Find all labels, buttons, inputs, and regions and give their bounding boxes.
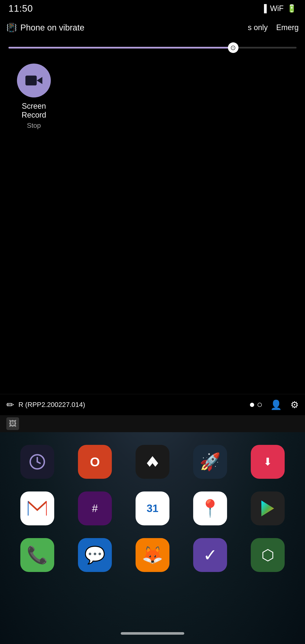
status-right-icons: ▐ WiF 🔋	[261, 4, 296, 13]
app-slack[interactable]: #	[74, 492, 116, 525]
rocket-icon: 🚀	[193, 445, 227, 479]
app-firefox[interactable]: 🦊	[131, 538, 174, 572]
signal-icon: ▐	[261, 4, 267, 13]
app-todo[interactable]: ✓	[189, 538, 231, 572]
maps-icon: 📍	[193, 492, 227, 525]
messages-icon: 💬	[78, 538, 112, 572]
calendar-icon: 31	[136, 492, 170, 525]
launcher: O 🚀 ⬇	[0, 432, 305, 644]
screen-record-icon	[26, 74, 42, 87]
gmail-icon	[20, 492, 54, 525]
vibrate-icon: 📳	[6, 23, 17, 32]
app-phone[interactable]: 📞	[16, 538, 58, 572]
notification-bar: 📳 Phone on vibrate s only Emerg	[0, 17, 305, 38]
cask-icon: ⬡	[251, 538, 285, 572]
status-time: 11:50	[8, 3, 33, 14]
app-play[interactable]	[246, 492, 289, 525]
screen-record-sublabel: Stop	[27, 122, 41, 130]
phone-icon: 📞	[20, 538, 54, 572]
svg-marker-1	[37, 77, 42, 84]
brightness-thumb: ⊙	[228, 42, 238, 53]
brightness-track: ⊙	[8, 47, 296, 48]
tidal-icon	[136, 445, 170, 479]
emergency-button[interactable]: Emerg	[276, 23, 299, 32]
vibrate-text: Phone on vibrate	[20, 23, 84, 32]
office-icon: O	[78, 445, 112, 479]
pocket-icon: ⬇	[251, 445, 285, 479]
dot-indicators	[250, 403, 262, 407]
play-icon	[251, 492, 285, 525]
notif-thumbnail: 🖼	[6, 417, 19, 430]
app-clock[interactable]	[16, 445, 58, 479]
svg-marker-8	[261, 500, 274, 516]
settings-icon[interactable]: ⚙	[290, 399, 299, 410]
tile-circle	[17, 64, 51, 98]
account-icon[interactable]: 👤	[270, 399, 282, 410]
notif-thumb-icon: 🖼	[9, 419, 16, 428]
screen-record-tile[interactable]: Screen Record Stop	[8, 64, 59, 130]
build-number: R (RPP2.200227.014)	[18, 401, 85, 409]
notification-card[interactable]: 🖼	[0, 415, 305, 432]
app-gmail[interactable]	[16, 492, 58, 525]
app-cask[interactable]: ⬡	[246, 538, 289, 572]
battery-icon: 🔋	[287, 4, 296, 13]
app-office[interactable]: O	[74, 445, 116, 479]
notification-bar-right: s only Emerg	[248, 23, 299, 32]
svg-line-4	[37, 462, 40, 463]
navigation-bar	[0, 623, 305, 644]
status-bar: 11:50 ▐ WiF 🔋	[0, 0, 305, 17]
slack-icon: #	[78, 492, 112, 525]
dot-2	[258, 403, 262, 407]
dot-1	[250, 403, 254, 407]
svg-rect-0	[26, 76, 37, 86]
brightness-fill	[8, 47, 233, 48]
brightness-slider-container[interactable]: ⊙	[8, 42, 296, 53]
notification-panel: 11:50 ▐ WiF 🔋 📳 Phone on vibrate s only …	[0, 0, 305, 420]
nav-pill[interactable]	[121, 632, 184, 635]
quick-settings-bottom-bar: ✏ R (RPP2.200227.014) 👤 ⚙	[0, 394, 305, 415]
todo-icon: ✓	[193, 538, 227, 572]
app-rocket[interactable]: 🚀	[189, 445, 231, 479]
screen-record-label: Screen Record	[8, 102, 59, 120]
app-messages[interactable]: 💬	[74, 538, 116, 572]
app-pocket[interactable]: ⬇	[246, 445, 289, 479]
app-row-1: O 🚀 ⬇	[8, 445, 296, 479]
sun-icon: ⊙	[230, 44, 236, 52]
quick-settings-section: Screen Record Stop	[0, 55, 305, 138]
app-row-3: 📞 💬 🦊 ✓ ⬡	[8, 538, 296, 572]
app-maps[interactable]: 📍	[189, 492, 231, 525]
clock-icon	[20, 445, 54, 479]
app-row-2: # 31 📍	[8, 492, 296, 525]
calls-only-button[interactable]: s only	[248, 23, 268, 32]
firefox-icon: 🦊	[136, 538, 170, 572]
wifi-icon: WiF	[270, 4, 284, 13]
app-calendar[interactable]: 31	[131, 492, 174, 525]
app-tidal[interactable]	[131, 445, 174, 479]
bottom-right-icons: 👤 ⚙	[270, 399, 299, 410]
edit-icon[interactable]: ✏	[6, 399, 14, 410]
